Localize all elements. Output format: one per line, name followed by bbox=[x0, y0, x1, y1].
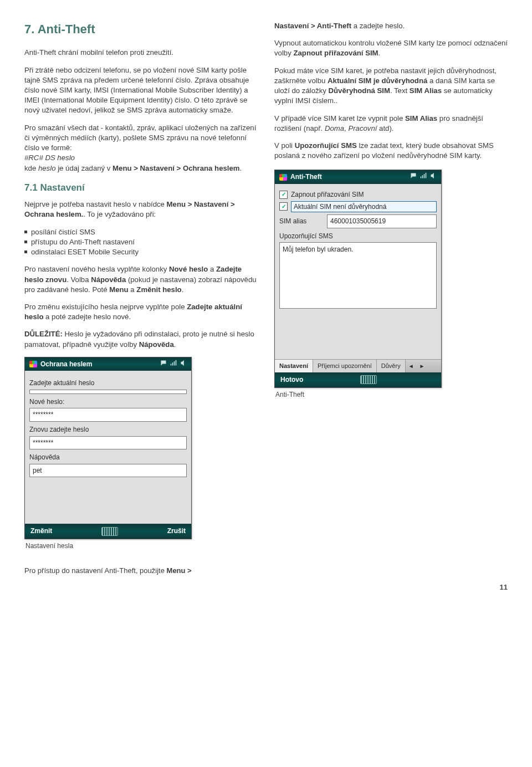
signal-icon bbox=[420, 172, 427, 182]
page-number: 11 bbox=[24, 582, 508, 592]
para: Anti-Theft chrání mobilní telefon proti … bbox=[24, 48, 258, 58]
chat-icon bbox=[160, 360, 167, 369]
tab-arrow-right[interactable]: ► bbox=[417, 361, 428, 372]
tab-arrow-left[interactable]: ◄ bbox=[406, 361, 417, 372]
footer-line: Pro přístup do nastavení Anti-Theft, pou… bbox=[24, 566, 258, 576]
again-password-input[interactable]: ******** bbox=[29, 436, 187, 450]
svg-rect-7 bbox=[426, 173, 427, 178]
code: #RC# DS heslo bbox=[24, 154, 75, 162]
phone-mock-password: Ochrana heslem Zadejte aktuální heslo No… bbox=[24, 357, 192, 539]
checkbox-enable-sim[interactable] bbox=[279, 191, 288, 199]
checkbox-label: Zapnout přiřazování SIM bbox=[291, 190, 364, 200]
bullet-list: posílání čistící SMS přístupu do Anti-Th… bbox=[24, 227, 258, 258]
checkbox-current-sim[interactable] bbox=[279, 202, 288, 211]
tab-trusted[interactable]: Důvěry bbox=[377, 360, 406, 372]
signal-icon bbox=[170, 360, 177, 369]
window-title: Ochrana heslem bbox=[40, 360, 92, 369]
softkey-right[interactable] bbox=[434, 375, 436, 385]
titlebar: Anti-Theft bbox=[275, 170, 441, 184]
section-heading: 7. Anti-Theft bbox=[24, 21, 258, 38]
speaker-icon bbox=[430, 172, 437, 182]
tab-recipients[interactable]: Příjemci upozornění bbox=[313, 360, 377, 372]
label-new-password: Nové heslo: bbox=[29, 397, 187, 407]
keyboard-icon[interactable] bbox=[360, 375, 377, 384]
label-hint: Nápověda bbox=[29, 453, 187, 462]
para: Nejprve je potřeba nastavit heslo v nabí… bbox=[24, 200, 258, 219]
svg-rect-4 bbox=[421, 177, 422, 178]
figure-caption: Nastavení hesla bbox=[25, 541, 258, 551]
phone-mock-antitheft: Anti-Theft Zapnout přiřazování SIM Aktuá… bbox=[274, 170, 442, 387]
label-sim-alias: SIM alias bbox=[279, 217, 324, 226]
warn-sms-textarea[interactable]: Můj telefon byl ukraden. bbox=[279, 242, 437, 309]
softkey-bar: Změnit Zrušit bbox=[25, 524, 191, 539]
windows-icon bbox=[279, 174, 287, 181]
windows-icon bbox=[29, 361, 37, 367]
svg-rect-3 bbox=[176, 360, 177, 366]
para: Pro změnu existujícího hesla nejprve vyp… bbox=[24, 302, 258, 322]
subsection-heading: 7.1 Nastavení bbox=[24, 181, 258, 194]
subsection-number: 7.1 bbox=[24, 182, 38, 193]
checkbox-label-highlight: Aktuální SIM není důvěryhodná bbox=[291, 201, 437, 213]
softkey-bar: Hotovo bbox=[275, 372, 441, 387]
section-title: Anti-Theft bbox=[38, 22, 95, 36]
svg-rect-1 bbox=[172, 362, 173, 365]
para: Vypnout automatickou kontrolu vložené SI… bbox=[274, 38, 508, 58]
svg-rect-6 bbox=[424, 174, 425, 178]
sim-alias-input[interactable]: 460001035005619 bbox=[327, 214, 437, 228]
chat-icon bbox=[410, 172, 417, 182]
para: V případě více SIM karet lze vypnit pole… bbox=[274, 114, 508, 134]
softkey-left[interactable]: Změnit bbox=[30, 526, 52, 536]
list-item: odinstalaci ESET Mobile Security bbox=[24, 247, 258, 257]
label-again-password: Znovu zadejte heslo bbox=[29, 425, 187, 434]
para: Pro smazání všech dat - kontaktů, zpráv,… bbox=[24, 123, 258, 173]
svg-rect-2 bbox=[174, 361, 175, 366]
svg-rect-5 bbox=[422, 176, 423, 178]
para: Pokud máte více SIM karet, je potřeba na… bbox=[274, 66, 508, 106]
para: Pro nastavení nového hesla vyplňte kolon… bbox=[24, 264, 258, 295]
label-warn-sms: Upozorňující SMS bbox=[279, 232, 437, 241]
tab-settings[interactable]: Nastavení bbox=[275, 360, 313, 372]
titlebar: Ochrana heslem bbox=[25, 357, 191, 371]
list-item: přístupu do Anti-Theft nastavení bbox=[24, 237, 258, 247]
section-number: 7. bbox=[24, 22, 34, 36]
tab-bar: Nastavení Příjemci upozornění Důvěry ◄ ► bbox=[275, 359, 441, 372]
figure-caption: Anti-Theft bbox=[275, 390, 508, 400]
window-title: Anti-Theft bbox=[290, 172, 322, 182]
para: Nastavení > Anti-Theft a zadejte heslo. bbox=[274, 21, 508, 31]
keyboard-icon[interactable] bbox=[101, 527, 118, 536]
speaker-icon bbox=[180, 360, 187, 369]
hint-input[interactable]: pet bbox=[29, 464, 187, 478]
para: DŮLEŽITÉ: Heslo je vyžadováno při odinst… bbox=[24, 329, 258, 349]
svg-rect-0 bbox=[171, 364, 172, 365]
new-password-input[interactable]: ******** bbox=[29, 408, 187, 422]
label-current-password: Zadejte aktuální heslo bbox=[29, 379, 187, 388]
subsection-title: Nastavení bbox=[40, 182, 84, 193]
para: Při ztrátě nebo odcizení telefonu, se po… bbox=[24, 65, 258, 116]
softkey-left[interactable]: Hotovo bbox=[280, 375, 303, 385]
current-password-input[interactable] bbox=[29, 390, 187, 394]
softkey-right[interactable]: Zrušit bbox=[167, 526, 186, 536]
list-item: posílání čistící SMS bbox=[24, 227, 258, 237]
para: V poli Upozorňující SMS lze zadat text, … bbox=[274, 141, 508, 161]
